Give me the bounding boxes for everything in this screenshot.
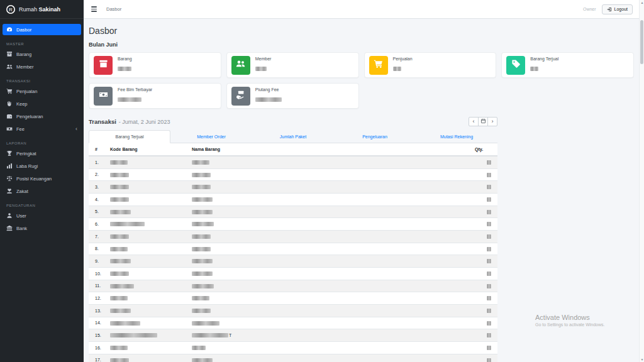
card-value-redacted [118, 67, 131, 71]
sidebar-item-label: User [16, 213, 26, 219]
tab-member-order[interactable]: Member Order [170, 130, 252, 143]
hamburger-icon[interactable] [90, 5, 98, 13]
nama-barang-redacted [186, 292, 469, 305]
owner-label: Owner [583, 7, 596, 11]
section-label-transaksi: TRANSAKSI [0, 74, 84, 84]
table-row: 15.T [89, 329, 497, 342]
brand[interactable]: R Rumah Sakinah [0, 0, 84, 19]
card-value-redacted [255, 67, 267, 71]
card-icon [506, 56, 525, 75]
user-icon [6, 212, 13, 219]
sidebar-item-member[interactable]: Member [3, 61, 81, 72]
sidebar-item-peringkat[interactable]: Peringkat [3, 148, 81, 159]
app-root: R Rumah Sakinah Dasbor MASTER Barang [0, 0, 639, 362]
nama-barang-redacted [186, 317, 469, 329]
kode-barang-redacted [104, 193, 186, 206]
kode-barang-redacted [104, 218, 186, 231]
kode-barang-redacted [104, 243, 186, 255]
kode-barang-redacted [104, 181, 186, 194]
tab-barang-terjual[interactable]: Barang Terjual [89, 130, 170, 143]
kode-barang-redacted [104, 156, 186, 168]
card-value-redacted [530, 67, 538, 71]
logout-button[interactable]: Logout [602, 4, 633, 14]
kode-barang-redacted [104, 168, 186, 181]
row-number: 3. [89, 181, 104, 194]
topbar-nav-dasbor[interactable]: Dasbor [106, 6, 121, 12]
transaksi-tabs: Barang Terjual Member Order Jumlah Paket… [89, 130, 497, 143]
table-header-row: # Kode Barang Nama Barang Qty. [89, 143, 497, 156]
sidebar-item-label: Peringkat [16, 151, 36, 156]
calendar-button[interactable] [478, 117, 488, 126]
qty-redacted [469, 304, 497, 317]
scroll-up-arrow-icon[interactable]: ▲ [640, 0, 644, 5]
tab-mutasi-rekening[interactable]: Mutasi Rekening [416, 130, 497, 143]
card-icon [231, 56, 250, 75]
sidebar-item-penjualan[interactable]: Penjualan [3, 85, 81, 97]
card-icon [231, 87, 250, 106]
sidebar-item-label: Keep [16, 101, 28, 107]
qty-redacted [469, 181, 497, 194]
kode-barang-redacted [104, 317, 186, 329]
barang-terjual-table: # Kode Barang Nama Barang Qty. 1. 2. 3. … [89, 143, 497, 362]
svg-text:R: R [9, 7, 13, 13]
table-row: 12. [89, 292, 497, 305]
table-row: 2. [89, 168, 497, 181]
topbar-right: Owner Logout [583, 4, 633, 14]
sidebar-item-bank[interactable]: Bank [3, 222, 81, 234]
sidebar-item-barang[interactable]: Barang [3, 48, 81, 60]
nama-barang-redacted [186, 304, 469, 317]
row-number: 12. [89, 292, 104, 305]
table-row: 1. [89, 156, 497, 168]
nama-barang-redacted [186, 267, 469, 280]
vertical-scrollbar[interactable]: ▲ ▼ [639, 0, 644, 362]
kode-barang-redacted [104, 280, 186, 292]
nama-barang-redacted [186, 280, 469, 292]
nama-barang-redacted [186, 218, 469, 231]
chevron-left-icon: ‹ [75, 127, 77, 131]
section-label-pengaturan: PENGATURAN [0, 198, 84, 209]
qty-redacted [469, 230, 497, 243]
table-row: 13. [89, 304, 497, 317]
sidebar-item-pengeluaran[interactable]: Pengeluaran [3, 111, 81, 122]
card-barang-terjual: Barang Terjual [501, 52, 634, 78]
sidebar-item-label: Barang [16, 52, 31, 57]
brand-name: Rumah Sakinah [19, 6, 60, 13]
row-number: 9. [89, 255, 104, 268]
tab-pengeluaran[interactable]: Pengeluaran [334, 130, 416, 143]
trophy-icon [6, 150, 13, 156]
sidebar-item-keep[interactable]: Keep [3, 98, 81, 109]
nama-barang-redacted [186, 168, 469, 181]
wallet-icon [6, 113, 13, 119]
table-row: 16. [89, 341, 497, 354]
card-penjualan: Penjualan [364, 52, 497, 78]
qty-redacted [469, 206, 497, 218]
sidebar-nav: Dasbor MASTER Barang Member TRANSAKSI [0, 19, 84, 234]
card-icon [369, 56, 388, 75]
scrollbar-thumb[interactable] [640, 20, 643, 64]
sidebar-item-posisi-keuangan[interactable]: Posisi Keuangan [3, 173, 81, 184]
kode-barang-redacted [104, 304, 186, 317]
topbar: Dasbor Owner Logout [84, 0, 639, 19]
sidebar-item-dasbor[interactable]: Dasbor [3, 24, 81, 35]
sidebar-item-zakat[interactable]: Zakat [3, 185, 81, 197]
next-day-button[interactable]: › [487, 117, 497, 126]
sidebar-item-fee[interactable]: Fee ‹ [3, 123, 81, 134]
table-row: 3. [89, 181, 497, 194]
main-column: Dasbor Owner Logout Dasbor Bulan Juni [84, 0, 639, 362]
tab-jumlah-paket[interactable]: Jumlah Paket [252, 130, 334, 143]
row-number: 7. [89, 230, 104, 243]
kode-barang-redacted [104, 329, 186, 342]
table-row: 5. [89, 206, 497, 218]
sidebar-item-user[interactable]: User [3, 210, 81, 221]
prev-day-button[interactable]: ‹ [469, 117, 479, 126]
nama-barang-redacted [186, 341, 469, 354]
scroll-down-arrow-icon[interactable]: ▼ [640, 357, 644, 362]
users-icon [6, 63, 13, 70]
card-label: Barang Terjual [530, 57, 558, 61]
money-icon [6, 126, 13, 132]
sidebar-item-laba-rugi[interactable]: Laba Rugi [3, 160, 81, 172]
kode-barang-redacted [104, 354, 186, 362]
row-number: 5. [89, 206, 104, 218]
card-label: Piutang Fee [255, 87, 282, 92]
qty-redacted [469, 354, 497, 362]
